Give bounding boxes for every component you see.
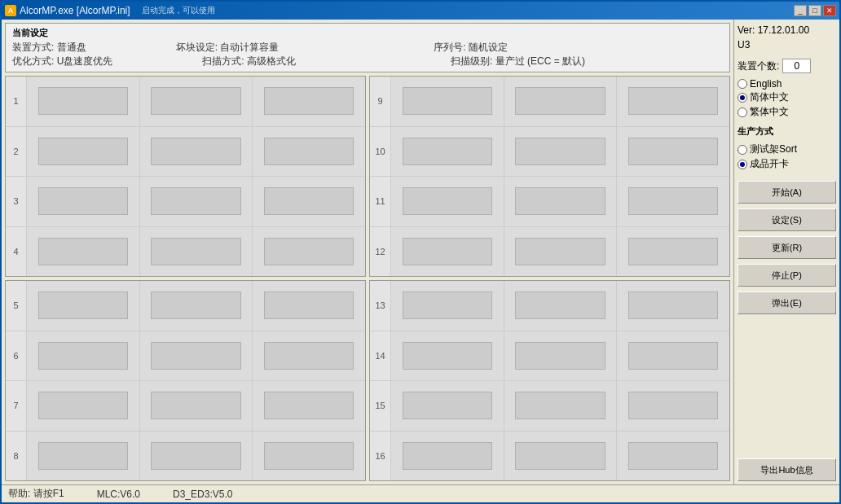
slot-inner-2c — [264, 138, 354, 165]
slot-cell-15b — [504, 381, 618, 431]
usb-row-1: 1 — [6, 77, 365, 127]
settings-button[interactable]: 设定(S) — [738, 208, 836, 231]
radio-english[interactable]: English — [738, 78, 836, 90]
radio-simplified[interactable]: 简体中文 — [738, 90, 836, 104]
slot-cell-11b — [504, 177, 618, 226]
close-button[interactable]: ✕ — [823, 5, 836, 16]
usb-rows-1-4: 1 2 3 — [6, 77, 365, 276]
count-input[interactable] — [782, 59, 811, 73]
settings-item-4: 优化方式: U盘速度优先 — [12, 55, 112, 68]
slot-inner-15c — [628, 392, 718, 419]
main-window: A AlcorMP.exe [AlcorMP.ini] 启动完成，可以使用 _ … — [0, 0, 841, 504]
slot-inner-3a — [38, 187, 128, 215]
title-bar: A AlcorMP.exe [AlcorMP.ini] 启动完成，可以使用 _ … — [2, 2, 839, 20]
slot-cell-15a — [391, 381, 504, 431]
slot-inner-11b — [515, 187, 605, 215]
slot-cell-15c — [617, 381, 729, 431]
slot-cell-2c — [253, 127, 365, 177]
status-d3: D3_ED3:V5.0 — [173, 489, 232, 500]
start-button[interactable]: 开始(A) — [738, 181, 836, 204]
slot-cell-9b — [504, 77, 618, 126]
usb-rows-5-8: 5 6 7 — [6, 281, 365, 480]
settings-box: 当前设定 装置方式: 普通盘 坏块设定: 自动计算容量 序列号: 随机设定 优化… — [5, 23, 730, 72]
slot-inner-12a — [403, 238, 492, 265]
slot-num-15: 15 — [370, 381, 391, 431]
stop-button[interactable]: 停止(P) — [738, 264, 836, 287]
slot-cell-12b — [504, 227, 618, 277]
usb-rows-13-16: 13 14 — [370, 281, 729, 480]
radio-circle-product — [738, 160, 747, 169]
slot-cell-14a — [391, 331, 504, 381]
slot-cell-6c — [253, 331, 365, 381]
slot-inner-12c — [628, 238, 718, 265]
radio-label-product: 成品开卡 — [750, 157, 789, 171]
slot-num-7: 7 — [6, 381, 27, 431]
slot-cell-2a — [27, 127, 140, 177]
slot-group-bottom-right: 13 14 — [369, 280, 730, 481]
slot-inner-4b — [151, 238, 240, 265]
maximize-button[interactable]: □ — [808, 5, 821, 16]
usb-row-11: 11 — [370, 177, 729, 227]
app-icon: A — [5, 5, 16, 16]
slot-inner-6c — [264, 342, 354, 370]
usb-row-15: 15 — [370, 381, 729, 432]
slot-cell-5c — [253, 281, 365, 331]
main-area: 当前设定 装置方式: 普通盘 坏块设定: 自动计算容量 序列号: 随机设定 优化… — [2, 20, 733, 484]
radio-test-mode[interactable]: 测试架Sort — [738, 142, 836, 156]
radio-circle-traditional — [738, 107, 747, 117]
count-label: 装置个数: — [738, 59, 779, 73]
slot-inner-1a — [38, 87, 128, 115]
eject-button[interactable]: 弹出(E) — [738, 291, 836, 314]
slot-cell-4c — [253, 227, 365, 277]
slot-inner-11a — [403, 187, 492, 215]
slot-inner-15b — [515, 392, 605, 419]
slot-num-5: 5 — [6, 281, 27, 331]
content-area: 当前设定 装置方式: 普通盘 坏块设定: 自动计算容量 序列号: 随机设定 优化… — [2, 20, 839, 484]
slot-num-6: 6 — [6, 331, 27, 381]
settings-row-1: 装置方式: 普通盘 坏块设定: 自动计算容量 序列号: 随机设定 — [12, 41, 723, 55]
slot-inner-4a — [38, 238, 128, 265]
slot-inner-6a — [38, 342, 128, 370]
slot-inner-10c — [628, 138, 718, 165]
slot-inner-3b — [151, 187, 240, 215]
slot-num-13: 13 — [370, 281, 391, 331]
settings-item-6: 扫描级别: 量产过 (ECC = 默认) — [451, 55, 585, 68]
export-hub-button[interactable]: 导出Hub信息 — [738, 458, 836, 481]
settings-item-3: 序列号: 随机设定 — [434, 41, 508, 55]
slot-inner-7c — [264, 392, 354, 419]
slot-num-9: 9 — [370, 77, 391, 126]
count-row: 装置个数: — [738, 59, 836, 73]
slot-cell-9c — [617, 77, 729, 126]
slot-num-8: 8 — [6, 432, 27, 481]
usb-row-13: 13 — [370, 281, 729, 331]
status-bar: 帮助: 请按F1 MLC:V6.0 D3_ED3:V5.0 — [2, 484, 839, 502]
slot-num-4: 4 — [6, 227, 27, 277]
slot-inner-5b — [151, 291, 240, 319]
window-title: AlcorMP.exe [AlcorMP.ini] — [20, 5, 130, 16]
slot-inner-6b — [151, 342, 240, 370]
radio-label-simplified: 简体中文 — [750, 90, 789, 104]
slot-cell-16b — [504, 432, 618, 481]
minimize-button[interactable]: _ — [794, 5, 807, 16]
usb-row-9: 9 — [370, 77, 729, 127]
slot-inner-9b — [515, 87, 605, 115]
slot-inner-12b — [515, 238, 605, 265]
slot-inner-14a — [403, 342, 492, 370]
production-mode-group: 测试架Sort 成品开卡 — [738, 142, 836, 171]
radio-traditional[interactable]: 繁体中文 — [738, 105, 836, 119]
slot-num-16: 16 — [370, 432, 391, 481]
slot-cell-5a — [27, 281, 140, 331]
radio-label-english: English — [750, 78, 782, 90]
slot-inner-5a — [38, 291, 128, 319]
slot-inner-10a — [403, 138, 492, 165]
slot-cell-4a — [27, 227, 140, 277]
usb-row-12: 12 — [370, 227, 729, 277]
slot-cell-13a — [391, 281, 504, 331]
version-type: U3 — [738, 37, 836, 52]
slot-cell-9a — [391, 77, 504, 126]
slot-cell-16c — [617, 432, 729, 481]
radio-product-mode[interactable]: 成品开卡 — [738, 157, 836, 171]
update-button[interactable]: 更新(R) — [738, 236, 836, 259]
slot-inner-1b — [151, 87, 240, 115]
slot-cell-10b — [504, 127, 618, 177]
